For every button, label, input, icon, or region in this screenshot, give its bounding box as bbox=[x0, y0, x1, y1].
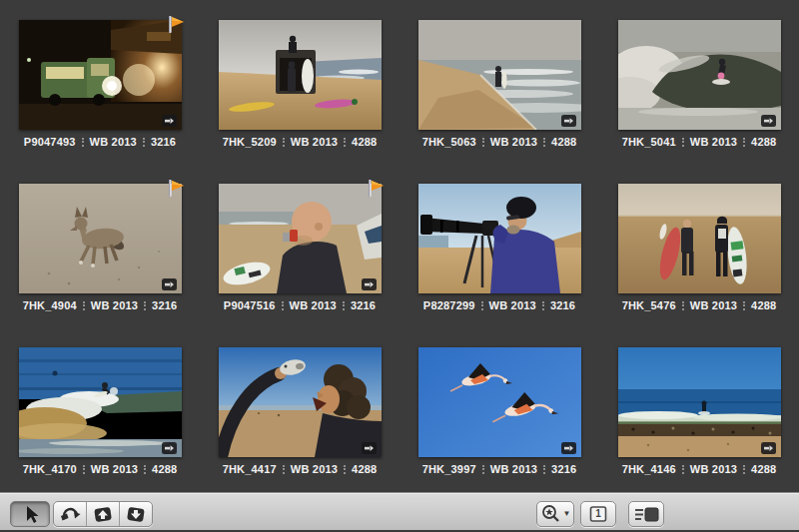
photo-art-seal-beach bbox=[618, 347, 781, 457]
caption-divider bbox=[682, 465, 684, 474]
caption-divider bbox=[282, 301, 284, 310]
photo-count-label: 3216 bbox=[351, 299, 376, 311]
thumbnail-grid: P9047493WB 20133216 bbox=[0, 0, 799, 475]
caption-divider bbox=[482, 465, 484, 474]
photo-album-label: WB 2013 bbox=[91, 299, 138, 311]
photo-art-jackal bbox=[19, 184, 182, 293]
caption-divider bbox=[481, 301, 483, 310]
photo-version-name: 7HK_5063 bbox=[422, 136, 476, 148]
photo-cell: P8287299WB 20133216 bbox=[400, 184, 599, 311]
photo-thumbnail[interactable] bbox=[19, 20, 182, 130]
photo-album-label: WB 2013 bbox=[291, 136, 338, 148]
photo-caption: 7HK_4170WB 20134288 bbox=[23, 463, 178, 475]
chevron-down-icon: ▼ bbox=[563, 510, 571, 518]
caption-divider bbox=[283, 138, 285, 147]
photo-thumbnail[interactable] bbox=[219, 347, 382, 457]
photo-caption: P9047493WB 20133216 bbox=[24, 136, 176, 148]
photo-art-shoreline-surfer bbox=[418, 20, 581, 130]
photo-cell: P9047516WB 20133216 bbox=[200, 184, 400, 311]
photo-cell: P9047493WB 20133216 bbox=[0, 20, 200, 148]
caption-divider bbox=[542, 301, 544, 310]
photo-caption: 7HK_5063WB 20134288 bbox=[422, 136, 577, 148]
caption-divider bbox=[83, 465, 85, 474]
view-mode-button[interactable] bbox=[628, 501, 664, 527]
rotate-left-button[interactable] bbox=[54, 502, 87, 526]
caption-divider bbox=[83, 301, 85, 310]
caption-divider bbox=[743, 138, 745, 147]
photo-thumbnail[interactable] bbox=[418, 347, 581, 457]
photo-album-label: WB 2013 bbox=[490, 463, 537, 475]
photo-version-name: P9047516 bbox=[224, 299, 276, 311]
photo-count-label: 3216 bbox=[152, 299, 177, 311]
flag-icon[interactable] bbox=[163, 178, 185, 200]
referenced-file-badge-icon bbox=[362, 276, 377, 288]
photo-art-gopro-surfer bbox=[219, 184, 382, 293]
promote-icon bbox=[91, 503, 115, 525]
photo-album-label: WB 2013 bbox=[690, 136, 737, 148]
photo-art-night-truck bbox=[19, 20, 182, 130]
photo-caption: P9047516WB 20133216 bbox=[224, 299, 376, 311]
caption-divider bbox=[82, 138, 84, 147]
flag-icon[interactable] bbox=[363, 178, 385, 200]
photo-caption: P8287299WB 20133216 bbox=[423, 299, 575, 311]
photo-art-surf-trailer bbox=[219, 20, 382, 130]
photo-thumbnail[interactable] bbox=[219, 184, 382, 293]
referenced-file-badge-icon bbox=[162, 113, 177, 125]
photo-thumbnail[interactable] bbox=[219, 20, 382, 130]
photo-thumbnail[interactable] bbox=[618, 20, 781, 130]
referenced-file-badge-icon bbox=[162, 440, 177, 452]
photo-thumbnail[interactable] bbox=[19, 184, 182, 293]
browser-toolbar: 6405 items displayed ▼ 1 bbox=[0, 492, 799, 531]
caption-divider bbox=[482, 138, 484, 147]
photo-count-label: 4288 bbox=[352, 136, 377, 148]
caption-divider bbox=[344, 465, 346, 474]
photo-count-label: 4288 bbox=[751, 136, 776, 148]
photo-count-label: 4288 bbox=[352, 463, 377, 475]
photo-thumbnail[interactable] bbox=[418, 184, 581, 293]
photo-caption: 7HK_5209WB 20134288 bbox=[223, 136, 378, 148]
photo-album-label: WB 2013 bbox=[291, 463, 338, 475]
photo-caption: 7HK_5476WB 20134288 bbox=[622, 299, 777, 311]
keywords-button[interactable]: ▼ bbox=[536, 501, 574, 527]
photo-thumbnail[interactable] bbox=[418, 20, 581, 130]
primary-only-button[interactable]: 1 bbox=[580, 501, 616, 527]
referenced-file-badge-icon bbox=[761, 113, 776, 125]
photo-art-photographer bbox=[418, 184, 581, 293]
photo-thumbnail[interactable] bbox=[618, 347, 781, 457]
selection-tool-button[interactable] bbox=[10, 501, 50, 527]
caption-divider bbox=[743, 465, 745, 474]
photo-art-flamingos bbox=[418, 347, 581, 457]
caption-divider bbox=[543, 465, 545, 474]
photo-count-label: 4288 bbox=[152, 463, 177, 475]
primary-only-glyph: 1 bbox=[595, 509, 601, 519]
caption-divider bbox=[144, 301, 146, 310]
keywords-tag-icon bbox=[540, 503, 562, 525]
referenced-file-badge-icon bbox=[362, 440, 377, 452]
photo-thumbnail[interactable] bbox=[19, 347, 182, 457]
photo-album-label: WB 2013 bbox=[489, 299, 536, 311]
flag-icon[interactable] bbox=[163, 14, 185, 36]
demote-button[interactable] bbox=[120, 502, 152, 526]
photo-count-label: 4288 bbox=[751, 299, 776, 311]
rotate-left-icon bbox=[58, 503, 82, 525]
photo-caption: 7HK_4904WB 20133216 bbox=[23, 299, 178, 311]
photo-version-name: P9047493 bbox=[24, 136, 76, 148]
promote-button[interactable] bbox=[87, 502, 120, 526]
photo-cell: 7HK_5209WB 20134288 bbox=[200, 20, 400, 148]
photo-grid-area: P9047493WB 20133216 bbox=[0, 0, 799, 492]
photo-art-two-surfers bbox=[618, 184, 781, 293]
photo-count-label: 4288 bbox=[551, 136, 576, 148]
photo-album-label: WB 2013 bbox=[290, 299, 337, 311]
photo-cell: 7HK_4146WB 20134288 bbox=[599, 347, 799, 475]
photo-cell: 7HK_4904WB 20133216 bbox=[0, 184, 200, 311]
caption-divider bbox=[344, 138, 346, 147]
caption-divider bbox=[144, 465, 146, 474]
photo-version-name: 7HK_5209 bbox=[223, 136, 277, 148]
photo-version-name: 7HK_4170 bbox=[23, 463, 77, 475]
photo-thumbnail[interactable] bbox=[618, 184, 781, 293]
caption-divider bbox=[682, 301, 684, 310]
view-mode-icon bbox=[633, 503, 659, 525]
photo-browser-window: { "appearance": { "browser_background": … bbox=[0, 0, 799, 532]
photo-caption: 7HK_5041WB 20134288 bbox=[622, 136, 777, 148]
photo-version-name: 7HK_4146 bbox=[622, 463, 676, 475]
